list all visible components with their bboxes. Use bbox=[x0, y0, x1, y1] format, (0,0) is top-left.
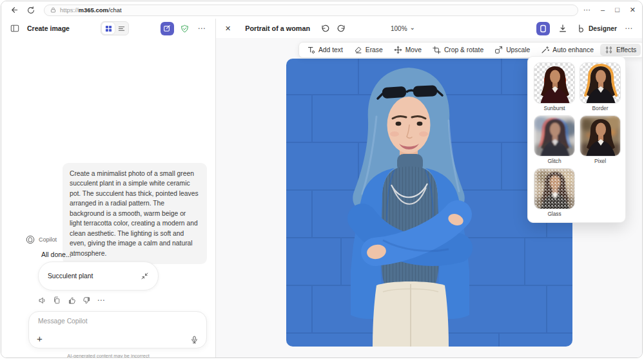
add-text-icon bbox=[307, 46, 315, 54]
result-card-label: Succulent plant bbox=[48, 272, 93, 280]
effect-border[interactable]: Border bbox=[580, 62, 621, 115]
editor-panel: ✕ Portrait of a woman 100% ⌄ bbox=[216, 19, 642, 358]
list-view-icon[interactable] bbox=[115, 23, 128, 34]
browser-toolbar: https://m365.com/chat ⋯ – □ ✕ bbox=[1, 1, 642, 19]
designer-logo-icon bbox=[576, 24, 585, 33]
effects-popup: Sunburst Border bbox=[527, 56, 626, 223]
effects-icon bbox=[605, 46, 613, 54]
close-editor-icon[interactable]: ✕ bbox=[225, 24, 231, 33]
refresh-icon[interactable] bbox=[24, 4, 37, 17]
tool-effects[interactable]: Effects bbox=[600, 44, 641, 56]
maximize-icon[interactable]: □ bbox=[615, 6, 620, 14]
result-card[interactable]: Succulent plant bbox=[38, 262, 159, 291]
zoom-level: 100% bbox=[391, 25, 407, 32]
designer-button[interactable]: Designer bbox=[576, 24, 617, 33]
read-aloud-icon[interactable] bbox=[37, 295, 47, 305]
editor-title: Portrait of a woman bbox=[245, 24, 310, 32]
erase-icon bbox=[354, 46, 362, 54]
effect-border-thumbnail bbox=[580, 62, 621, 104]
message-input[interactable] bbox=[38, 318, 193, 325]
effect-pixel-thumbnail bbox=[580, 115, 621, 157]
move-icon bbox=[394, 46, 402, 54]
chat-panel-header: Create image ⋯ bbox=[1, 19, 215, 38]
tool-move[interactable]: Move bbox=[389, 44, 426, 56]
window-controls: ⋯ – □ ✕ bbox=[583, 6, 636, 14]
message-composer[interactable]: + bbox=[28, 311, 207, 348]
url-text: https://m365.com/chat bbox=[60, 6, 122, 14]
close-window-icon[interactable]: ✕ bbox=[630, 6, 636, 14]
assistant-status: All done... bbox=[41, 251, 72, 258]
copilot-logo-icon bbox=[26, 235, 35, 244]
undo-icon[interactable] bbox=[319, 23, 330, 34]
effect-glitch-thumbnail bbox=[534, 115, 575, 157]
redo-icon[interactable] bbox=[336, 23, 347, 34]
message-actions: ⋯ bbox=[37, 295, 106, 305]
effect-sunburst[interactable]: Sunburst bbox=[534, 62, 575, 115]
copy-icon[interactable] bbox=[52, 295, 62, 305]
effect-glass-thumbnail bbox=[534, 168, 575, 209]
thumbs-up-icon[interactable] bbox=[66, 295, 77, 305]
collapse-icon[interactable] bbox=[141, 272, 149, 280]
designer-label: Designer bbox=[589, 25, 617, 32]
chat-panel: Create image ⋯ Create a minimali bbox=[1, 19, 216, 358]
effect-pixel[interactable]: Pixel bbox=[580, 115, 621, 167]
browser-window: https://m365.com/chat ⋯ – □ ✕ Create ima… bbox=[1, 1, 643, 358]
thumbs-down-icon[interactable] bbox=[81, 295, 92, 305]
assistant-row: Copilot bbox=[26, 235, 57, 244]
address-bar[interactable]: https://m365.com/chat bbox=[44, 5, 578, 16]
download-icon[interactable] bbox=[558, 23, 569, 34]
grid-view-icon[interactable] bbox=[102, 23, 115, 34]
sidebar-toggle-icon[interactable] bbox=[9, 23, 21, 34]
effect-glitch[interactable]: Glitch bbox=[534, 115, 575, 167]
microphone-icon[interactable] bbox=[190, 336, 199, 344]
ai-disclaimer: AI-generated content may be incorrect bbox=[1, 353, 215, 358]
tool-upscale[interactable]: Upscale bbox=[490, 44, 534, 56]
portrait-frame-button[interactable] bbox=[536, 22, 550, 35]
crop-rotate-icon bbox=[433, 46, 441, 54]
tool-add-text[interactable]: Add text bbox=[302, 44, 347, 56]
panel-title: Create image bbox=[27, 24, 70, 32]
new-chat-button[interactable] bbox=[161, 22, 174, 35]
attach-plus-icon[interactable]: + bbox=[37, 334, 43, 343]
tool-crop-rotate[interactable]: Crop & rotate bbox=[428, 44, 488, 56]
effect-glass[interactable]: Glass bbox=[534, 168, 575, 220]
view-switcher bbox=[101, 21, 129, 35]
lock-icon bbox=[50, 6, 57, 14]
tool-erase[interactable]: Erase bbox=[349, 44, 387, 56]
chevron-down-icon: ⌄ bbox=[410, 24, 415, 31]
zoom-dropdown[interactable]: 100% ⌄ bbox=[391, 25, 415, 32]
back-icon[interactable] bbox=[8, 4, 21, 17]
shield-check-icon[interactable] bbox=[179, 23, 191, 34]
editor-more-icon[interactable]: ⋯ bbox=[625, 24, 633, 33]
upscale-icon bbox=[494, 46, 503, 54]
auto-enhance-icon bbox=[541, 46, 549, 54]
user-message: Create a minimalist photo of a small gre… bbox=[63, 163, 207, 264]
minimize-icon[interactable]: – bbox=[601, 6, 605, 14]
tool-auto-enhance[interactable]: Auto enhance bbox=[536, 44, 598, 56]
panel-more-icon[interactable]: ⋯ bbox=[196, 23, 208, 34]
effect-sunburst-thumbnail bbox=[534, 62, 575, 104]
browser-more-icon[interactable]: ⋯ bbox=[583, 6, 590, 14]
message-more-icon[interactable]: ⋯ bbox=[96, 295, 106, 305]
assistant-name: Copilot bbox=[39, 236, 57, 243]
editor-header: ✕ Portrait of a woman 100% ⌄ bbox=[216, 19, 642, 38]
